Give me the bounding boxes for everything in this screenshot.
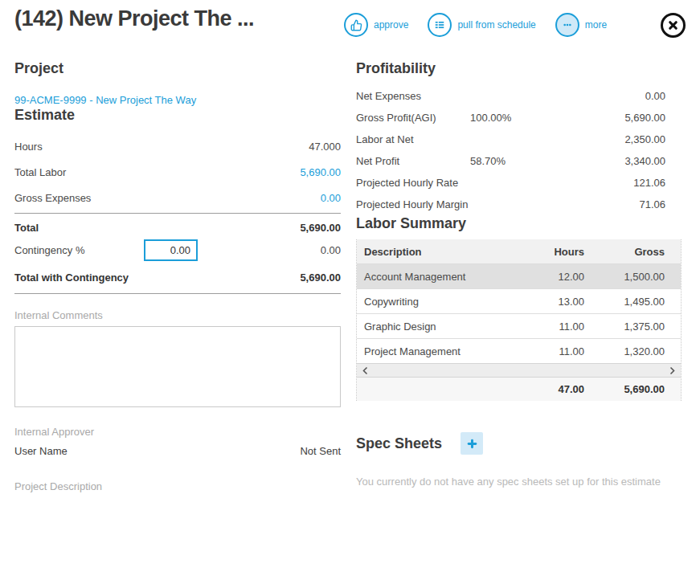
row-description: Graphic Design [364,321,508,333]
net-profit-label: Net Profit [356,155,470,167]
estimate-row-total-labor: Total Labor 5,690.00 [14,159,341,185]
contingency-row: Contingency % 0.00 [14,235,341,264]
total-with-contingency-label: Total with Contingency [14,272,129,284]
row-hours: 11.00 [508,345,584,357]
more-label: more [585,19,607,31]
scroll-right-icon[interactable] [669,366,676,375]
left-column: Project 99-ACME-9999 - New Project The W… [14,60,341,492]
row-hours: 13.00 [508,296,584,308]
gross-profit-pct: 100.00% [470,112,593,124]
prof-row-labor-at-net: Labor at Net 2,350.00 [356,129,682,150]
total-value: 5,690.00 [300,222,341,234]
internal-approver-label: Internal Approver [14,426,341,438]
estimate-detail-page: (142) New Project The ... approve pull f… [0,0,700,588]
spec-sheets-section-title: Spec Sheets [356,435,442,452]
table-row-project-management[interactable]: Project Management 11.00 1,320.00 [357,338,681,363]
header-actions: approve pull from schedule more [344,13,607,37]
hours-label: Hours [14,141,43,153]
prof-row-projected-hourly-margin: Projected Hourly Margin 71.06 [356,194,682,215]
approver-status: Not Sent [300,445,341,457]
approver-name: User Name [14,445,68,457]
hours-value: 47.000 [309,141,341,153]
total-with-contingency-row: Total with Contingency 5,690.00 [14,264,341,293]
approve-button[interactable]: approve [344,13,408,37]
row-gross: 1,500.00 [584,271,665,283]
plus-icon [467,439,477,449]
close-icon [667,19,679,31]
row-hours: 12.00 [508,271,584,283]
net-profit-value: 3,340.00 [593,155,682,167]
row-gross: 1,320.00 [584,345,665,357]
row-description: Copywriting [364,296,508,308]
total-with-contingency-value: 5,690.00 [300,272,341,284]
table-row-account-management[interactable]: Account Management 12.00 1,500.00 [357,263,681,288]
prof-row-projected-hourly-rate: Projected Hourly Rate 121.06 [356,172,682,194]
labor-table-header: Description Hours Gross [357,239,681,263]
divider [14,293,341,294]
add-spec-sheet-button[interactable] [461,432,483,455]
approve-label: approve [374,19,408,31]
project-section-title: Project [14,60,341,77]
net-expenses-value: 0.00 [593,90,682,102]
table-row-copywriting[interactable]: Copywriting 13.00 1,495.00 [357,288,681,313]
profitability-section-title: Profitability [356,60,682,77]
total-labor-label: Total Labor [14,166,66,178]
contingency-label: Contingency % [14,244,144,256]
labor-at-net-value: 2,350.00 [593,133,682,145]
list-icon [428,13,452,37]
projected-hourly-rate-label: Projected Hourly Rate [356,177,470,189]
row-gross: 1,375.00 [584,321,665,333]
labor-summary-section-title: Labor Summary [356,215,682,232]
net-profit-pct: 58.70% [470,155,593,167]
prof-row-gross-profit: Gross Profit(AGI) 100.00% 5,690.00 [356,107,682,129]
spec-sheets-empty-message: You currently do not have any spec sheet… [356,476,682,488]
table-horizontal-scrollbar[interactable] [357,363,681,378]
projected-hourly-rate-value: 121.06 [593,177,682,189]
thumbs-up-icon [344,13,368,37]
page-title: (142) New Project The ... [14,6,254,31]
prof-row-net-profit: Net Profit 58.70% 3,340.00 [356,150,682,172]
ellipsis-icon [555,13,579,37]
estimate-row-hours: Hours 47.000 [14,133,341,159]
total-hours: 47.00 [508,383,584,395]
row-description: Project Management [364,345,508,357]
gross-expenses-value-link[interactable]: 0.00 [321,192,341,204]
col-description: Description [364,246,508,258]
scroll-left-icon[interactable] [362,366,369,375]
gross-profit-label: Gross Profit(AGI) [356,112,470,124]
projected-hourly-margin-value: 71.06 [593,198,682,210]
close-button[interactable] [661,13,686,38]
internal-approver-row: User Name Not Sent [14,445,341,457]
gross-profit-value: 5,690.00 [593,112,682,124]
gross-expenses-label: Gross Expenses [14,192,91,204]
internal-comments-textarea[interactable] [14,326,341,407]
labor-at-net-label: Labor at Net [356,133,470,145]
contingency-value: 0.00 [198,244,341,256]
more-button[interactable]: more [555,13,607,37]
prof-row-net-expenses: Net Expenses 0.00 [356,85,682,107]
labor-table-totals-row: 47.00 5,690.00 [357,378,681,401]
labor-summary-table: Description Hours Gross Account Manageme… [356,239,682,401]
profitability-rows: Net Expenses 0.00 Gross Profit(AGI) 100.… [356,85,682,215]
right-column: Profitability Net Expenses 0.00 Gross Pr… [356,60,682,488]
pull-from-schedule-label: pull from schedule [457,19,535,31]
total-label: Total [14,222,39,234]
col-gross: Gross [584,246,665,258]
spec-sheets-header: Spec Sheets [356,432,682,455]
table-row-graphic-design[interactable]: Graphic Design 11.00 1,375.00 [357,313,681,338]
col-hours: Hours [508,246,584,258]
estimate-rows: Hours 47.000 Total Labor 5,690.00 Gross … [14,133,341,210]
contingency-input[interactable] [144,239,198,261]
row-hours: 11.00 [508,321,584,333]
row-description: Account Management [364,271,508,283]
pull-from-schedule-button[interactable]: pull from schedule [428,13,535,37]
row-gross: 1,495.00 [584,296,665,308]
internal-comments-label: Internal Comments [14,309,341,321]
total-labor-value-link[interactable]: 5,690.00 [300,166,341,178]
total-row: Total 5,690.00 [14,214,341,235]
project-link[interactable]: 99-ACME-9999 - New Project The Way [14,94,196,106]
projected-hourly-margin-label: Projected Hourly Margin [356,198,470,210]
estimate-section-title: Estimate [14,107,341,124]
estimate-row-gross-expenses: Gross Expenses 0.00 [14,185,341,210]
net-expenses-label: Net Expenses [356,90,470,102]
